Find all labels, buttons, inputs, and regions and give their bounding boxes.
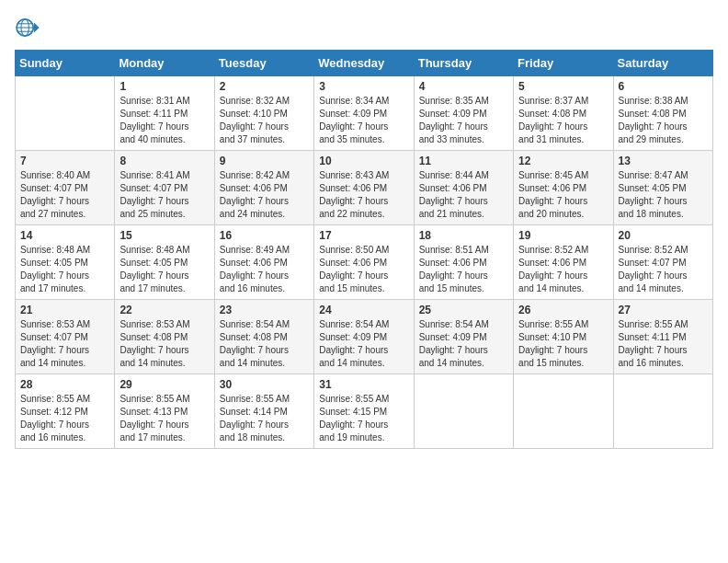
day-number: 12 [518, 155, 608, 167]
calendar-cell: 3Sunrise: 8:34 AMSunset: 4:09 PMDaylight… [314, 76, 414, 151]
calendar-cell: 8Sunrise: 8:41 AMSunset: 4:07 PMDaylight… [115, 151, 214, 225]
day-number: 21 [20, 304, 109, 316]
calendar-cell: 25Sunrise: 8:54 AMSunset: 4:09 PMDayligh… [414, 300, 513, 374]
day-info: Sunrise: 8:34 AMSunset: 4:09 PMDaylight:… [319, 95, 408, 146]
day-number: 31 [319, 378, 408, 391]
day-info: Sunrise: 8:52 AMSunset: 4:07 PMDaylight:… [619, 244, 708, 295]
day-info: Sunrise: 8:35 AMSunset: 4:09 PMDaylight:… [419, 95, 508, 146]
day-number: 4 [419, 80, 508, 93]
day-info: Sunrise: 8:47 AMSunset: 4:05 PMDaylight:… [619, 169, 708, 221]
calendar-header-friday: Friday [514, 51, 613, 76]
logo [15, 15, 44, 40]
calendar-cell: 28Sunrise: 8:55 AMSunset: 4:12 PMDayligh… [16, 374, 115, 449]
day-info: Sunrise: 8:40 AMSunset: 4:07 PMDaylight:… [20, 169, 109, 221]
day-info: Sunrise: 8:49 AMSunset: 4:06 PMDaylight:… [220, 244, 309, 295]
day-number: 28 [20, 378, 109, 391]
day-info: Sunrise: 8:52 AMSunset: 4:06 PMDaylight:… [518, 244, 608, 295]
calendar-cell: 19Sunrise: 8:52 AMSunset: 4:06 PMDayligh… [514, 225, 613, 300]
day-info: Sunrise: 8:38 AMSunset: 4:08 PMDaylight:… [619, 95, 708, 146]
day-number: 26 [518, 304, 608, 316]
day-number: 13 [619, 155, 708, 167]
page-header [15, 15, 713, 40]
calendar-cell [414, 374, 513, 449]
calendar-cell: 10Sunrise: 8:43 AMSunset: 4:06 PMDayligh… [314, 151, 414, 225]
calendar-cell: 20Sunrise: 8:52 AMSunset: 4:07 PMDayligh… [613, 225, 712, 300]
calendar-header-thursday: Thursday [414, 51, 513, 76]
calendar-cell: 18Sunrise: 8:51 AMSunset: 4:06 PMDayligh… [414, 225, 513, 300]
calendar-week-row: 7Sunrise: 8:40 AMSunset: 4:07 PMDaylight… [16, 151, 713, 225]
calendar-cell: 6Sunrise: 8:38 AMSunset: 4:08 PMDaylight… [613, 76, 712, 151]
day-number: 25 [419, 304, 508, 316]
calendar-header-monday: Monday [115, 51, 214, 76]
calendar-cell: 4Sunrise: 8:35 AMSunset: 4:09 PMDaylight… [414, 76, 513, 151]
day-number: 8 [119, 155, 209, 167]
calendar-header-row: SundayMondayTuesdayWednesdayThursdayFrid… [16, 51, 713, 76]
day-info: Sunrise: 8:41 AMSunset: 4:07 PMDaylight:… [119, 169, 209, 221]
calendar-week-row: 1Sunrise: 8:31 AMSunset: 4:11 PMDaylight… [16, 76, 713, 151]
calendar-cell: 1Sunrise: 8:31 AMSunset: 4:11 PMDaylight… [115, 76, 214, 151]
calendar-week-row: 21Sunrise: 8:53 AMSunset: 4:07 PMDayligh… [16, 300, 713, 374]
calendar-cell: 9Sunrise: 8:42 AMSunset: 4:06 PMDaylight… [214, 151, 313, 225]
calendar-cell: 30Sunrise: 8:55 AMSunset: 4:14 PMDayligh… [214, 374, 313, 449]
day-info: Sunrise: 8:55 AMSunset: 4:15 PMDaylight:… [319, 393, 408, 444]
day-info: Sunrise: 8:54 AMSunset: 4:09 PMDaylight:… [319, 318, 408, 370]
calendar-cell: 16Sunrise: 8:49 AMSunset: 4:06 PMDayligh… [214, 225, 313, 300]
day-number: 3 [319, 80, 408, 93]
day-number: 16 [220, 229, 309, 242]
calendar-cell: 11Sunrise: 8:44 AMSunset: 4:06 PMDayligh… [414, 151, 513, 225]
day-number: 29 [119, 378, 209, 391]
calendar-cell: 22Sunrise: 8:53 AMSunset: 4:08 PMDayligh… [115, 300, 214, 374]
day-number: 23 [220, 304, 309, 316]
day-number: 11 [419, 155, 508, 167]
calendar-cell [613, 374, 712, 449]
day-info: Sunrise: 8:55 AMSunset: 4:13 PMDaylight:… [119, 393, 209, 444]
logo-icon [15, 15, 40, 40]
calendar-cell: 26Sunrise: 8:55 AMSunset: 4:10 PMDayligh… [514, 300, 613, 374]
day-number: 22 [119, 304, 209, 316]
calendar-week-row: 14Sunrise: 8:48 AMSunset: 4:05 PMDayligh… [16, 225, 713, 300]
day-number: 17 [319, 229, 408, 242]
day-info: Sunrise: 8:55 AMSunset: 4:14 PMDaylight:… [220, 393, 309, 444]
calendar-cell: 12Sunrise: 8:45 AMSunset: 4:06 PMDayligh… [514, 151, 613, 225]
day-number: 20 [619, 229, 708, 242]
day-info: Sunrise: 8:50 AMSunset: 4:06 PMDaylight:… [319, 244, 408, 295]
calendar-cell: 27Sunrise: 8:55 AMSunset: 4:11 PMDayligh… [613, 300, 712, 374]
calendar-cell [514, 374, 613, 449]
calendar-cell: 21Sunrise: 8:53 AMSunset: 4:07 PMDayligh… [16, 300, 115, 374]
day-info: Sunrise: 8:53 AMSunset: 4:07 PMDaylight:… [20, 318, 109, 370]
day-number: 7 [20, 155, 109, 167]
day-number: 1 [119, 80, 209, 93]
calendar-cell: 15Sunrise: 8:48 AMSunset: 4:05 PMDayligh… [115, 225, 214, 300]
day-number: 9 [220, 155, 309, 167]
calendar-week-row: 28Sunrise: 8:55 AMSunset: 4:12 PMDayligh… [16, 374, 713, 449]
day-number: 19 [518, 229, 608, 242]
day-info: Sunrise: 8:55 AMSunset: 4:10 PMDaylight:… [518, 318, 608, 370]
calendar-cell [16, 76, 115, 151]
day-info: Sunrise: 8:55 AMSunset: 4:11 PMDaylight:… [619, 318, 708, 370]
calendar-cell: 31Sunrise: 8:55 AMSunset: 4:15 PMDayligh… [314, 374, 414, 449]
calendar-cell: 29Sunrise: 8:55 AMSunset: 4:13 PMDayligh… [115, 374, 214, 449]
day-info: Sunrise: 8:48 AMSunset: 4:05 PMDaylight:… [20, 244, 109, 295]
day-number: 30 [220, 378, 309, 391]
day-info: Sunrise: 8:54 AMSunset: 4:08 PMDaylight:… [220, 318, 309, 370]
calendar-cell: 14Sunrise: 8:48 AMSunset: 4:05 PMDayligh… [16, 225, 115, 300]
calendar-header-tuesday: Tuesday [214, 51, 313, 76]
day-info: Sunrise: 8:51 AMSunset: 4:06 PMDaylight:… [419, 244, 508, 295]
day-info: Sunrise: 8:55 AMSunset: 4:12 PMDaylight:… [20, 393, 109, 444]
day-number: 14 [20, 229, 109, 242]
day-number: 18 [419, 229, 508, 242]
calendar-header-sunday: Sunday [16, 51, 115, 76]
calendar-cell: 2Sunrise: 8:32 AMSunset: 4:10 PMDaylight… [214, 76, 313, 151]
calendar-cell: 24Sunrise: 8:54 AMSunset: 4:09 PMDayligh… [314, 300, 414, 374]
day-info: Sunrise: 8:31 AMSunset: 4:11 PMDaylight:… [119, 95, 209, 146]
day-number: 2 [220, 80, 309, 93]
calendar-cell: 23Sunrise: 8:54 AMSunset: 4:08 PMDayligh… [214, 300, 313, 374]
day-info: Sunrise: 8:48 AMSunset: 4:05 PMDaylight:… [119, 244, 209, 295]
calendar-cell: 13Sunrise: 8:47 AMSunset: 4:05 PMDayligh… [613, 151, 712, 225]
day-info: Sunrise: 8:53 AMSunset: 4:08 PMDaylight:… [119, 318, 209, 370]
calendar-header-saturday: Saturday [613, 51, 712, 76]
day-number: 27 [619, 304, 708, 316]
day-number: 6 [619, 80, 708, 93]
calendar-cell: 17Sunrise: 8:50 AMSunset: 4:06 PMDayligh… [314, 225, 414, 300]
day-info: Sunrise: 8:44 AMSunset: 4:06 PMDaylight:… [419, 169, 508, 221]
